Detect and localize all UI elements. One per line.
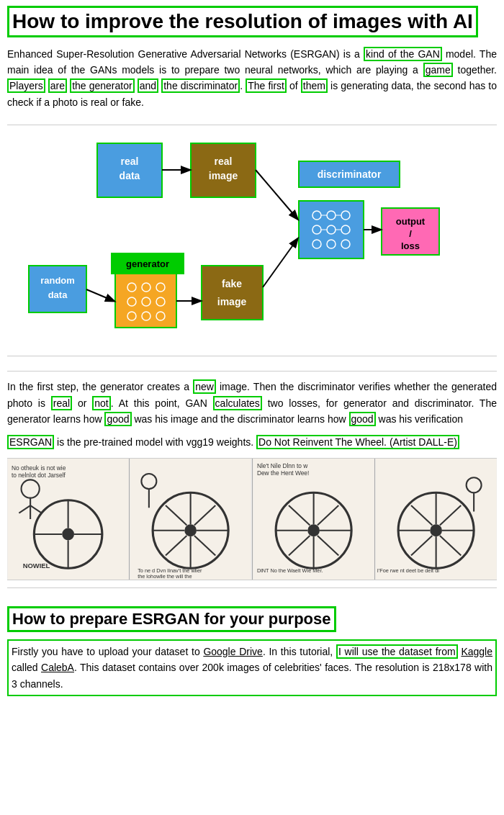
svg-text:image: image [217,296,247,307]
svg-text:DlNT No the Waelt Wie Mer.: DlNT No the Waelt Wie Mer. [256,567,323,573]
last-paragraph: Firstly you have to upload your dataset … [7,639,497,696]
svg-text:the lohowlle the will the: the lohowlle the will the [138,573,192,580]
svg-point-96 [430,524,442,536]
highlight-esrgan: ESRGAN [7,435,54,449]
highlight-kind-of-gan: kind of the GAN [364,47,442,61]
svg-text:NOWIEL: NOWIEL [23,562,50,569]
cartoon-image-strip: No otheuk is not wie to nelnlot dot Jars… [7,458,497,580]
highlight-calculates: calculates [213,396,262,410]
svg-text:to nelnlot dot Jarself: to nelnlot dot Jarself [12,472,66,479]
svg-text:real: real [215,156,233,167]
main-title: How to improve the resolution of images … [7,6,478,37]
svg-text:generator: generator [126,258,169,269]
svg-line-49 [263,239,297,287]
caleba-link: CalebA [41,662,74,673]
highlight-discriminator: the discriminator [161,78,240,93]
paragraph-1: Enhanced Super-Resolution Generative Adv… [7,46,497,111]
svg-text:/: / [409,228,412,239]
highlight-i-will: I will use the dataset from [336,644,458,659]
divider [7,587,497,588]
highlight-real: real [51,396,72,410]
highlight-them: them [301,78,328,93]
sub-heading: How to prepare ESRGAN for your purpose [7,606,336,632]
svg-text:fake: fake [222,278,242,289]
svg-text:data: data [48,289,68,300]
svg-point-67 [184,524,197,536]
highlight-first: The first [246,78,287,93]
paragraph-2: In the first step, the generator creates… [7,371,497,427]
svg-text:Nle't Nile Dlnn to w: Nle't Nile Dlnn to w [256,461,307,469]
highlight-players: Players [7,78,45,93]
highlight-new: new [193,379,216,394]
cartoon-panel-4: I'Foe rwe nt deet be delt di [375,459,497,580]
page-container: How to improve the resolution of images … [0,0,504,702]
gan-diagram: real data real image discriminator [7,125,497,356]
svg-rect-9 [299,201,364,258]
highlight-are: are [48,78,67,93]
svg-line-28 [256,170,297,219]
cartoon-panel-3: Nle't Nile Dlnn to w Dew the Hent Wee! D… [253,459,375,580]
highlight-do-not: Do Not Reinvent The Wheel. (Artist DALL-… [256,435,459,449]
cartoon-panel-2: To ne d Dvn lInav't the wlier the lohowl… [130,459,252,580]
diagram-svg: real data real image discriminator [18,132,486,348]
esrgan-note: ESRGAN is the pre-trained model with vgg… [7,434,497,450]
highlight-good2: good [349,412,376,426]
kaggle-link: Kaggle [461,646,492,657]
highlight-not: not [92,396,110,410]
svg-line-47 [86,289,114,301]
svg-text:loss: loss [401,240,420,251]
highlight-good1: good [104,412,131,426]
svg-text:discriminator: discriminator [318,168,382,180]
google-drive-link: Google Drive [203,646,263,657]
svg-text:output: output [396,216,426,227]
svg-text:No otheuk is not wie: No otheuk is not wie [12,464,66,471]
svg-point-82 [307,524,320,536]
svg-rect-44 [202,266,263,320]
svg-text:I'Foe rwe nt deet be delt di: I'Foe rwe nt deet be delt di [377,567,439,573]
svg-rect-34 [115,274,176,328]
highlight-game: game [423,63,453,77]
svg-text:data: data [120,170,140,181]
svg-point-53 [62,528,74,540]
svg-text:Dew the Hent Wee!: Dew the Hent Wee! [256,469,308,477]
cartoon-panel-1: No otheuk is not wie to nelnlot dot Jars… [7,459,130,580]
svg-text:random: random [40,275,75,286]
highlight-the-generator: the generator [70,78,135,93]
svg-text:real: real [121,156,139,167]
svg-text:image: image [209,170,238,181]
highlight-and: and [138,78,158,93]
